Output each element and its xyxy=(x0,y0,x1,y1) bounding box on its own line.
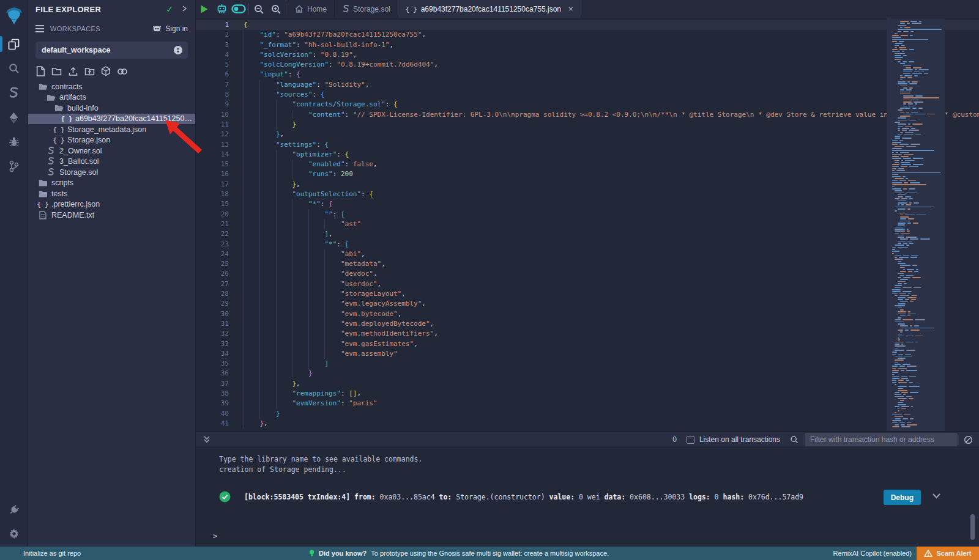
code-line-31[interactable]: "evm.deployedBytecode", xyxy=(244,319,979,329)
code-line-4[interactable]: "solcVersion": "0.8.19", xyxy=(244,50,979,60)
tab-home[interactable]: Home xyxy=(288,0,335,18)
transaction-log-row[interactable]: [block:5583405 txIndex:4] from: 0xa03...… xyxy=(219,491,979,503)
tab-a69b43f277ba20fcac141151250ca755-json[interactable]: { }a69b43f277ba20fcac141151250ca755.json… xyxy=(398,0,581,18)
tree-item-artifacts[interactable]: artifacts xyxy=(28,92,195,103)
icon-sidebar xyxy=(0,0,28,547)
tree-item-2-owner-sol[interactable]: 2_Owner.sol xyxy=(28,146,195,157)
code-line-39[interactable]: "evmVersion": "paris" xyxy=(244,399,979,408)
link-button[interactable] xyxy=(117,67,128,76)
code-line-3[interactable]: "_format": "hh-sol-build-info-1", xyxy=(244,40,979,50)
tree-item-a69b43f277ba20fcac141151250ca7-[interactable]: { }a69b43f277ba20fcac141151250ca7... xyxy=(28,114,195,125)
code-line-30[interactable]: "evm.bytecode", xyxy=(244,309,979,319)
code-line-33[interactable]: "evm.gasEstimates", xyxy=(244,339,979,349)
code-line-12[interactable]: }, xyxy=(244,130,979,139)
listen-all-checkbox[interactable] xyxy=(687,436,694,444)
sidebar-item-solidity-compiler[interactable] xyxy=(0,81,28,105)
copilot-status[interactable]: RemixAI Copilot (enabled) xyxy=(833,550,912,557)
tab-storage-sol[interactable]: Storage.sol xyxy=(335,0,398,18)
tree-item-build-info[interactable]: build-info xyxy=(28,103,195,114)
code-editor[interactable]: 1234567891011121314151617181920212223242… xyxy=(196,18,979,431)
editor-minimap[interactable] xyxy=(887,18,945,431)
sidebar-item-file-explorer[interactable] xyxy=(0,32,28,56)
code-line-13[interactable]: "settings": { xyxy=(244,140,979,150)
code-line-27[interactable]: "userdoc", xyxy=(244,279,979,289)
code-line-20[interactable]: "": [ xyxy=(244,210,979,219)
tree-item-scripts[interactable]: scripts xyxy=(28,178,195,189)
sidebar-item-plugin-manager[interactable] xyxy=(0,498,28,522)
close-tab-icon[interactable]: × xyxy=(568,4,573,13)
cube-button[interactable] xyxy=(101,66,111,76)
sidebar-item-deploy-run[interactable] xyxy=(0,105,28,130)
upload-file-button[interactable] xyxy=(68,67,78,76)
tree-item--prettierrc-json[interactable]: { }.prettierrc.json xyxy=(28,199,195,210)
code-line-22[interactable]: ], xyxy=(244,229,979,239)
code-line-10[interactable]: "content": "// SPDX-License-Identifier: … xyxy=(244,110,979,120)
terminal-scrollbar[interactable] xyxy=(970,514,975,540)
code-line-14[interactable]: "optimizer": { xyxy=(244,150,979,160)
sidebar-item-settings[interactable] xyxy=(0,522,28,547)
code-line-28[interactable]: "storageLayout", xyxy=(244,289,979,299)
sidebar-item-search[interactable] xyxy=(0,56,28,81)
toggle-button[interactable] xyxy=(230,0,247,18)
code-line-16[interactable]: "runs": 200 xyxy=(244,169,979,179)
sidebar-item-git[interactable] xyxy=(0,154,28,179)
code-line-40[interactable]: } xyxy=(244,409,979,419)
code-line-15[interactable]: "enabled": false, xyxy=(244,160,979,169)
code-line-37[interactable]: }, xyxy=(244,379,979,389)
code-line-9[interactable]: "contracts/Storage.sol": { xyxy=(244,100,979,109)
robot-button[interactable] xyxy=(213,0,230,18)
code-line-34[interactable]: "evm.assembly" xyxy=(244,349,979,359)
panel-title: FILE EXPLORER xyxy=(35,5,101,14)
sidebar-item-debugger[interactable] xyxy=(0,130,28,154)
code-line-5[interactable]: "solcLongVersion": "0.8.19+commit.7dd6d4… xyxy=(244,60,979,70)
sign-in-button[interactable]: Sign in xyxy=(152,24,188,33)
code-line-1[interactable]: { xyxy=(244,20,979,30)
code-line-29[interactable]: "evm.legacyAssembly", xyxy=(244,299,979,309)
hamburger-menu-icon[interactable] xyxy=(35,25,44,32)
tree-item-storage-json[interactable]: { }Storage.json xyxy=(28,135,195,146)
code-line-36[interactable]: } xyxy=(244,369,979,378)
clear-terminal-icon[interactable] xyxy=(964,435,973,444)
code-line-24[interactable]: "abi", xyxy=(244,249,979,259)
zoom-out-button[interactable] xyxy=(250,0,267,18)
new-folder-button[interactable] xyxy=(51,67,62,76)
code-line-19[interactable]: "*": { xyxy=(244,199,979,209)
code-line-25[interactable]: "metadata", xyxy=(244,259,979,269)
code-line-11[interactable]: } xyxy=(244,120,979,130)
chevron-right-icon[interactable] xyxy=(182,4,188,15)
code-line-38[interactable]: "remappings": [], xyxy=(244,389,979,399)
code-line-7[interactable]: "language": "Solidity", xyxy=(244,80,979,90)
git-init-status[interactable]: Initialize as git repo xyxy=(23,550,81,557)
code-line-23[interactable]: "*": [ xyxy=(244,240,979,249)
tree-item-contracts[interactable]: contracts xyxy=(28,81,195,92)
terminal-prompt[interactable]: > xyxy=(213,532,217,540)
code-line-41[interactable]: }, xyxy=(244,419,979,429)
code-line-26[interactable]: "devdoc", xyxy=(244,269,979,279)
code-line-18[interactable]: "outputSelection": { xyxy=(244,190,979,199)
collapse-terminal-icon[interactable] xyxy=(203,435,210,444)
tree-item-readme-txt[interactable]: README.txt xyxy=(28,210,195,221)
code-line-8[interactable]: "sources": { xyxy=(244,90,979,100)
tree-item-tests[interactable]: tests xyxy=(28,188,195,199)
code-line-21[interactable]: "ast" xyxy=(244,219,979,229)
zoom-in-button[interactable] xyxy=(267,0,285,18)
code-line-17[interactable]: }, xyxy=(244,180,979,190)
upload-folder-button[interactable] xyxy=(84,67,95,76)
code-line-32[interactable]: "evm.methodIdentifiers", xyxy=(244,329,979,339)
tree-item-storage-metadata-json[interactable]: { }Storage_metadata.json xyxy=(28,124,195,135)
line-number: 40 xyxy=(196,409,239,419)
transaction-filter-input[interactable] xyxy=(805,433,958,446)
search-icon[interactable] xyxy=(790,435,798,444)
chevron-down-icon[interactable] xyxy=(932,492,941,501)
code-line-35[interactable]: ] xyxy=(244,359,979,369)
debug-button[interactable]: Debug xyxy=(884,490,921,505)
play-button[interactable] xyxy=(196,0,213,18)
code-line-2[interactable]: "id": "a69b43f277ba20fcac141151250ca755"… xyxy=(244,30,979,40)
tree-item-3-ballot-sol[interactable]: 3_Ballot.sol xyxy=(28,157,195,168)
tree-item-storage-sol[interactable]: Storage.sol xyxy=(28,167,195,178)
scam-alert-badge[interactable]: Scam Alert xyxy=(917,547,979,560)
code-line-6[interactable]: "input": { xyxy=(244,70,979,79)
new-file-button[interactable] xyxy=(36,66,45,76)
workspace-select[interactable]: default_workspace xyxy=(35,42,188,59)
sidebar-item-remix-logo[interactable] xyxy=(0,0,28,32)
